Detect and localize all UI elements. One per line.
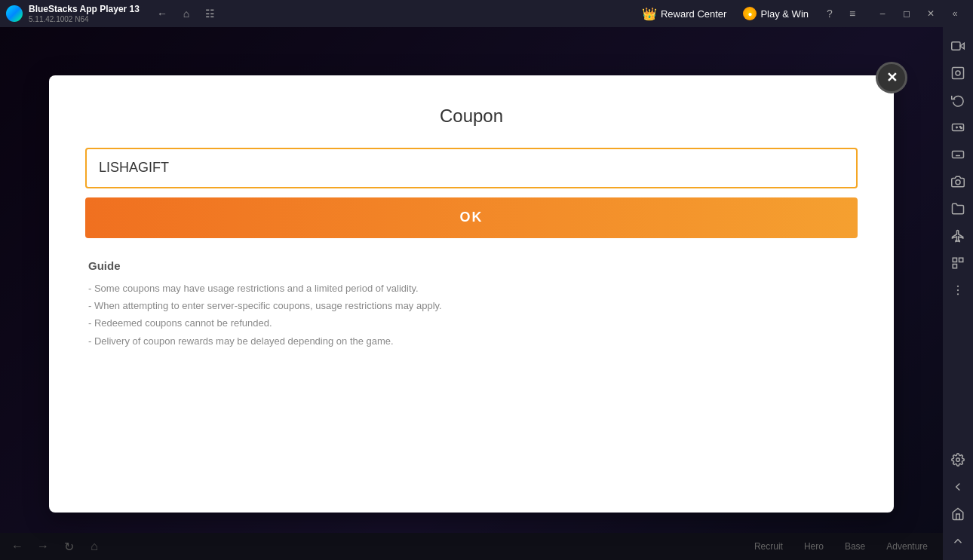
- maximize-button[interactable]: ◻: [895, 3, 919, 24]
- app-info: BlueStacks App Player 13 5.11.42.1002 N6…: [29, 4, 140, 23]
- play-win-button[interactable]: ● Play & Win: [737, 4, 815, 23]
- sidebar-camera-button[interactable]: [945, 169, 971, 194]
- guide-item-4: Delivery of coupon rewards may be delaye…: [88, 332, 855, 350]
- svg-marker-0: [960, 43, 964, 49]
- sidebar-expand-bottom-button[interactable]: [945, 528, 971, 554]
- close-button[interactable]: ✕: [919, 3, 943, 24]
- play-win-label: Play & Win: [760, 8, 809, 20]
- help-button[interactable]: ?: [819, 3, 840, 24]
- crown-icon: 👑: [642, 7, 657, 21]
- sidebar-settings-button[interactable]: [945, 447, 971, 473]
- sidebar-video-button[interactable]: [945, 33, 971, 59]
- titlebar-nav: ← ⌂ ☷: [152, 3, 221, 24]
- app-version: 5.11.42.1002 N64: [29, 15, 140, 23]
- guide-title: Guide: [88, 259, 855, 272]
- guide-item-1: Some coupons may have usage restrictions…: [88, 280, 855, 297]
- main-layout: ✕ Coupon OK Guide Some coupons may have …: [0, 27, 973, 560]
- sidebar-more-button[interactable]: [945, 277, 971, 303]
- bluestacks-logo: [6, 5, 23, 22]
- sidebar-airplane-button[interactable]: [945, 223, 971, 249]
- sidebar-resize-button[interactable]: [945, 250, 971, 276]
- reward-center-label: Reward Center: [661, 8, 726, 20]
- window-controls: – ◻ ✕ «: [870, 3, 967, 24]
- minimize-button[interactable]: –: [870, 3, 895, 24]
- titlebar-actions: 👑 Reward Center ● Play & Win ? ≡ – ◻ ✕ «: [636, 3, 967, 24]
- svg-point-3: [956, 71, 960, 75]
- titlebar-icon-buttons: ? ≡: [819, 3, 863, 24]
- guide-item-3: Redeemed coupons cannot be refunded.: [88, 314, 855, 332]
- svg-point-19: [957, 286, 959, 287]
- modal-title: Coupon: [85, 106, 858, 127]
- coupon-input[interactable]: [85, 148, 858, 188]
- content-area: ✕ Coupon OK Guide Some coupons may have …: [0, 27, 973, 560]
- svg-rect-18: [953, 265, 956, 268]
- svg-rect-9: [953, 151, 964, 158]
- coupon-modal: ✕ Coupon OK Guide Some coupons may have …: [49, 75, 894, 513]
- menu-button[interactable]: ≡: [842, 3, 863, 24]
- coin-icon: ●: [743, 7, 757, 20]
- sidebar-record-button[interactable]: [945, 60, 971, 86]
- guide-section: Guide Some coupons may have usage restri…: [85, 259, 858, 350]
- sidebar-toggle-button[interactable]: «: [943, 3, 967, 24]
- back-nav-button[interactable]: ←: [152, 3, 173, 24]
- sidebar-home-bottom-button[interactable]: [945, 501, 971, 527]
- sidebar-keyboard-button[interactable]: [945, 142, 971, 167]
- windows-nav-button[interactable]: ☷: [200, 3, 221, 24]
- svg-point-8: [961, 127, 962, 129]
- sidebar-folder-button[interactable]: [945, 196, 971, 222]
- svg-rect-17: [959, 258, 963, 262]
- sidebar-history-button[interactable]: [945, 87, 971, 113]
- right-sidebar: [943, 0, 973, 560]
- svg-point-20: [957, 289, 959, 291]
- guide-list: Some coupons may have usage restrictions…: [88, 280, 855, 350]
- titlebar: BlueStacks App Player 13 5.11.42.1002 N6…: [0, 0, 973, 27]
- svg-point-21: [957, 293, 959, 295]
- modal-overlay: ✕ Coupon OK Guide Some coupons may have …: [0, 27, 943, 560]
- svg-rect-1: [952, 42, 960, 50]
- app-name: BlueStacks App Player 13: [29, 4, 140, 14]
- sidebar-back-button[interactable]: [945, 474, 971, 500]
- guide-item-2: When attempting to enter server-specific…: [88, 297, 855, 314]
- svg-point-22: [956, 458, 960, 462]
- svg-rect-16: [953, 258, 956, 262]
- reward-center-button[interactable]: 👑 Reward Center: [636, 4, 732, 24]
- sidebar-game-button[interactable]: [945, 115, 971, 140]
- home-nav-button[interactable]: ⌂: [176, 3, 197, 24]
- svg-point-15: [956, 180, 960, 185]
- modal-close-button[interactable]: ✕: [876, 62, 907, 93]
- svg-rect-2: [953, 68, 964, 79]
- ok-button[interactable]: OK: [85, 197, 858, 238]
